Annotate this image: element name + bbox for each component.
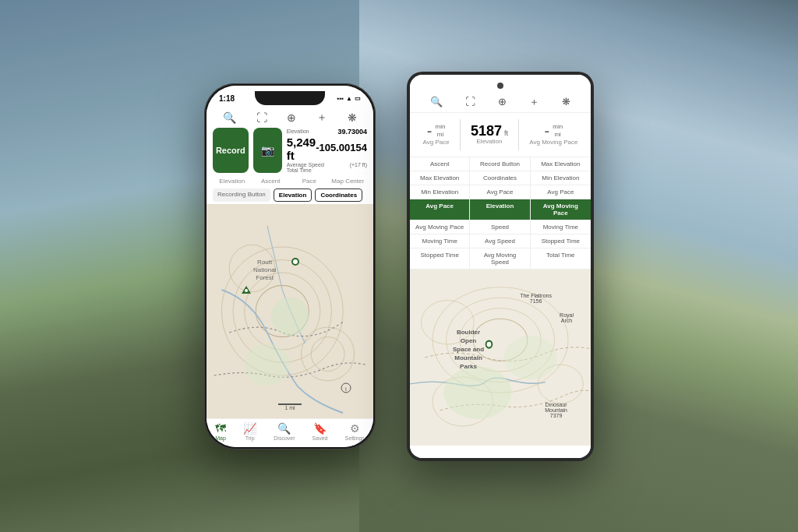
svg-point-24 (444, 366, 512, 419)
map-label-national: National (253, 266, 276, 273)
elevation-value: 5187 (471, 124, 502, 138)
nav-discover[interactable]: 🔍 Discover (274, 422, 295, 441)
nav-settings[interactable]: ⚙ Settings (345, 422, 365, 441)
search-icon[interactable]: 🔍 (223, 111, 236, 124)
add-icon[interactable]: ＋ (316, 111, 327, 125)
iphone-bottom-nav: 🗺 Map 📈 Trip 🔍 Discover 🔖 Saved ⚙ (207, 418, 373, 447)
scale-label: 1 mi (284, 405, 295, 410)
nav-discover-label: Discover (274, 435, 295, 441)
expand-icon[interactable]: ⛶ (256, 111, 267, 124)
iphone-toolbar: 🔍 ⛶ ⊕ ＋ ❋ (207, 107, 373, 128)
android-add-icon[interactable]: ＋ (529, 95, 539, 109)
cell-max-elevation-1[interactable]: Max Elevation (531, 157, 591, 171)
android-location-icon[interactable]: ⊕ (498, 96, 507, 107)
metrics-row-0: Ascent Record Button Max Elevation (410, 157, 591, 171)
map-arch: Arch (561, 318, 572, 323)
stat-row-1: Elevation 39.73004 (287, 128, 367, 136)
android-expand-icon[interactable]: ⛶ (465, 96, 475, 107)
iphone-time: 1:18 (219, 94, 235, 103)
avg-pace-label: Avg Pace (423, 139, 450, 146)
cell-avg-pace-2[interactable]: Avg Pace (531, 185, 591, 199)
settings-nav-icon: ⚙ (350, 422, 360, 435)
cell-moving-time-2[interactable]: Moving Time (410, 234, 470, 248)
android-search-icon[interactable]: 🔍 (430, 96, 443, 107)
coord1: 39.73004 (337, 128, 367, 136)
cell-speed[interactable]: Speed (470, 220, 530, 234)
cell-avg-moving-pace[interactable]: Avg Moving Pace (410, 220, 470, 234)
cell-avg-moving-speed[interactable]: Avg Moving Speed (470, 248, 530, 269)
iphone-map: Routt National Forest i 1 mi (207, 204, 373, 418)
nav-saved[interactable]: 🔖 Saved (312, 422, 328, 441)
total-time-label: Total Time (287, 167, 312, 173)
android-screen: 🔍 ⛶ ⊕ ＋ ❋ - min mi Avg Pace (410, 75, 591, 458)
data-cell-pace: Pace (290, 178, 329, 185)
metrics-row-3: Avg Pace Elevation Avg Moving Pace (410, 199, 591, 220)
cell-elevation-highlighted[interactable]: Elevation (470, 199, 530, 220)
iphone-chip-row: Recording Button Elevation Coordinates (207, 186, 373, 204)
map-boulder: Boulder (457, 329, 480, 336)
android-layers-icon[interactable]: ❋ (562, 96, 570, 107)
map-parks: Parks (460, 363, 477, 370)
avg-moving-pace-label: Avg Moving Pace (529, 139, 577, 146)
cell-moving-time-1[interactable]: Moving Time (531, 220, 591, 234)
svg-point-25 (504, 335, 557, 379)
map-flatirons: The Flatirons (520, 293, 552, 298)
trip-nav-icon: 📈 (243, 422, 256, 435)
cell-avg-speed[interactable]: Avg Speed (470, 234, 530, 248)
map-forest-label: Routt National Forest (253, 259, 276, 283)
svg-point-13 (293, 259, 298, 264)
cell-max-elevation-2[interactable]: Max Elevation (410, 171, 470, 185)
cell-min-elevation-1[interactable]: Min Elevation (531, 171, 591, 185)
cell-total-time[interactable]: Total Time (531, 248, 591, 269)
nav-settings-label: Settings (345, 435, 365, 441)
cell-ascent[interactable]: Ascent (410, 157, 470, 171)
record-label: Record (216, 146, 245, 155)
dinosaur-mountain-label: Dinosaur Mountain 7379 (545, 402, 567, 418)
stat-row-4: Total Time (287, 167, 367, 173)
layers-icon[interactable]: ❋ (348, 111, 357, 124)
battery-icon: ▭ (355, 95, 361, 102)
info-icon[interactable]: i (341, 382, 351, 396)
cell-stopped-time[interactable]: Stopped Time (531, 234, 591, 248)
flatirons-label: The Flatirons 7156 (520, 293, 552, 304)
chip-recording[interactable]: Recording Button (213, 188, 270, 202)
saved-nav-icon: 🔖 (313, 422, 327, 435)
cell-stopped-time-2[interactable]: Stopped Time (410, 248, 470, 269)
avg-pace-value: - (427, 123, 433, 139)
cell-avg-moving-pace-highlighted[interactable]: Avg Moving Pace (531, 199, 591, 220)
map-nav-icon: 🗺 (215, 422, 226, 435)
elevation-label: Elevation (287, 129, 309, 134)
camera-button[interactable]: 📷 (253, 128, 282, 173)
avg-moving-pace-block: - min mi Avg Moving Pace (529, 123, 577, 146)
elevation-label: Elevation (477, 138, 503, 145)
metrics-row-2: Min Elevation Avg Pace Avg Pace (410, 185, 591, 199)
svg-text:i: i (345, 385, 347, 392)
location-icon[interactable]: ⊕ (287, 111, 296, 124)
nav-saved-label: Saved (312, 435, 328, 441)
divider-1 (460, 119, 461, 150)
cell-coordinates[interactable]: Coordinates (470, 171, 530, 185)
metrics-row-4: Avg Moving Pace Speed Moving Time (410, 220, 591, 234)
nav-map[interactable]: 🗺 Map (215, 422, 226, 441)
map-space-and: Space and (453, 346, 484, 353)
chip-coordinates[interactable]: Coordinates (315, 188, 362, 202)
iphone-stats: Elevation 39.73004 5,249 ft -105.00154 A… (287, 128, 367, 173)
cell-record-button[interactable]: Record Button (470, 157, 530, 171)
data-row-1: Elevation Ascent Pace Map Center (213, 176, 367, 186)
scale-bar: 1 mi (278, 403, 302, 410)
chip-elevation[interactable]: Elevation (274, 188, 312, 202)
svg-rect-16 (410, 270, 591, 446)
cell-avg-pace-highlighted[interactable]: Avg Pace (410, 199, 470, 220)
android-bottom-bar (410, 446, 591, 458)
avg-speed-label: Average Speed (287, 162, 324, 167)
map-dinosaur: Dinosaur (546, 402, 567, 407)
nav-trip-label: Trip (245, 435, 255, 441)
nav-trip[interactable]: 📈 Trip (243, 422, 256, 441)
coord2: -105.00154 (316, 143, 367, 153)
cell-min-elevation-2[interactable]: Min Elevation (410, 185, 470, 199)
signal-icon: ▪▪▪ (337, 95, 344, 102)
record-button[interactable]: Record (213, 128, 249, 173)
cell-avg-pace-1[interactable]: Avg Pace (470, 185, 530, 199)
avg-pace-block: - min mi Avg Pace (423, 123, 450, 146)
camera-icon: 📷 (261, 144, 274, 157)
